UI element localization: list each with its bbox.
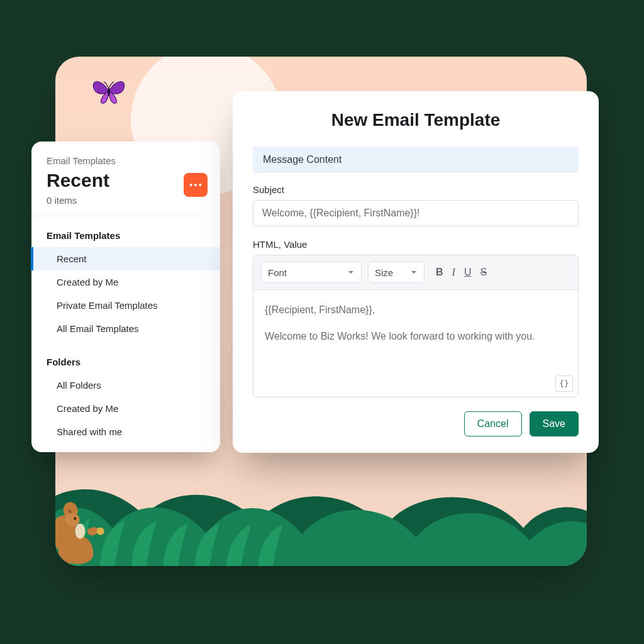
subject-label: Subject (253, 184, 579, 195)
sidebar-item-all-templates[interactable]: All Email Templates (31, 317, 220, 340)
italic-button[interactable]: I (452, 267, 455, 278)
underline-button[interactable]: U (464, 267, 472, 278)
save-button[interactable]: Save (530, 411, 579, 436)
svg-point-5 (190, 184, 192, 186)
format-buttons: B I U S (436, 267, 487, 278)
sidebar-item-count: 0 items (47, 195, 205, 206)
message-content-banner: Message Content (253, 147, 579, 173)
subject-input[interactable] (253, 200, 579, 226)
svg-point-0 (108, 87, 110, 96)
sidebar-item-label: Shared with me (57, 426, 122, 437)
chevron-down-icon (347, 269, 355, 276)
sidebar-item-label: Created by Me (57, 277, 118, 287)
modal-title: New Email Template (253, 110, 579, 130)
sidebar-item-recent[interactable]: Recent (31, 247, 220, 270)
sidebar-item-private-templates[interactable]: Private Email Templates (31, 294, 220, 317)
foliage-graphic (55, 465, 587, 566)
sidebar-item-created-by-me[interactable]: Created by Me (31, 270, 220, 294)
html-value-label: HTML, Value (253, 239, 579, 250)
sidebar-item-label: Private Email Templates (57, 300, 158, 311)
rte-body[interactable]: {{Recipient, FirstName}}, Welcome to Biz… (253, 290, 578, 397)
sidebar-item-label: Recent (57, 253, 87, 264)
bold-button[interactable]: B (436, 267, 443, 278)
butterfly-icon (90, 75, 128, 107)
more-actions-button[interactable] (184, 173, 208, 197)
sidebar-item-shared-with-me[interactable]: Shared with me (31, 420, 220, 443)
svg-point-6 (194, 184, 197, 186)
rte-body-line: Welcome to Biz Works! We look forward to… (265, 329, 567, 344)
svg-point-1 (65, 513, 79, 526)
sidebar-item-all-folders[interactable]: All Folders (31, 374, 220, 397)
svg-point-7 (199, 184, 201, 186)
sidebar-section-templates: Email Templates Recent Created by Me Pri… (31, 216, 220, 343)
rich-text-editor: Font Size B I U S {{Recipient, FirstName… (253, 255, 579, 397)
email-templates-sidebar: Email Templates Recent 0 items Email Tem… (31, 142, 220, 452)
strikethrough-button[interactable]: S (480, 267, 487, 278)
sidebar-section-label: Email Templates (31, 228, 220, 247)
font-select-label: Font (268, 267, 287, 278)
sidebar-item-label: Created by Me (57, 403, 118, 414)
svg-point-3 (75, 524, 85, 539)
font-select[interactable]: Font (261, 262, 362, 283)
sidebar-item-label: All Email Templates (57, 323, 139, 334)
size-select-label: Size (375, 267, 393, 278)
sidebar-breadcrumb: Email Templates (47, 155, 205, 166)
sidebar-section-folders: Folders All Folders Created by Me Shared… (31, 343, 220, 446)
svg-point-2 (74, 518, 76, 520)
sidebar-section-label: Folders (31, 354, 220, 374)
cancel-button[interactable]: Cancel (464, 411, 522, 436)
chevron-down-icon (410, 269, 418, 276)
size-select[interactable]: Size (368, 262, 425, 283)
modal-footer: Cancel Save (253, 411, 579, 436)
sidebar-title: Recent (47, 170, 205, 191)
sidebar-header: Email Templates Recent 0 items (31, 142, 220, 216)
merge-field-button[interactable]: {} (555, 375, 573, 392)
sidebar-item-folders-created-by-me[interactable]: Created by Me (31, 397, 220, 420)
new-email-template-modal: New Email Template Message Content Subje… (233, 91, 599, 453)
rte-toolbar: Font Size B I U S (253, 255, 578, 290)
sidebar-item-label: All Folders (57, 380, 101, 391)
rte-body-line: {{Recipient, FirstName}}, (265, 303, 567, 318)
more-horizontal-icon (189, 182, 203, 188)
svg-point-4 (97, 528, 104, 535)
